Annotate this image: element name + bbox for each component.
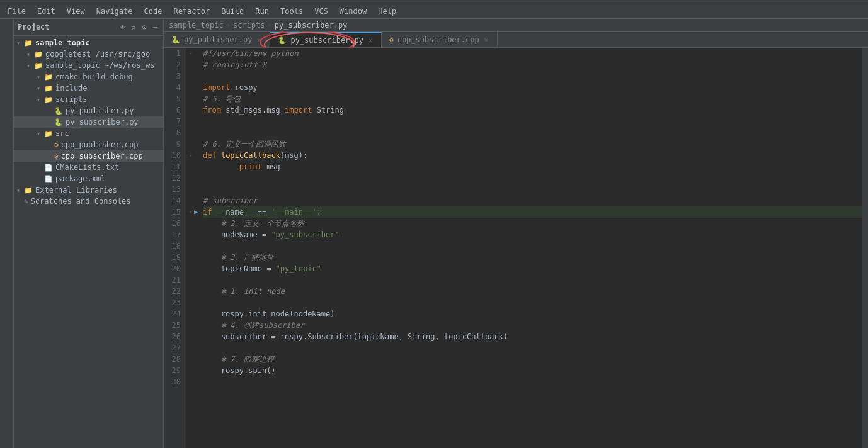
- breadcrumb-item-3[interactable]: py_subscriber.py: [275, 21, 348, 30]
- line-number: 29: [169, 365, 181, 376]
- tree-item-py-publisher-py[interactable]: 🐍py_publisher.py: [14, 105, 163, 116]
- breadcrumb-sep-1: ›: [226, 21, 231, 30]
- tree-item-sample-topic[interactable]: ▾📁sample_topic: [14, 37, 163, 48]
- code-line-8: [203, 127, 862, 138]
- tree-item-sample-topic[interactable]: ▾📁sample_topic ~/ws/ros_ws: [14, 60, 163, 71]
- tree-item-py-subscriber-py[interactable]: 🐍py_subscriber.py: [14, 116, 163, 128]
- menu-item-run[interactable]: Run: [250, 6, 274, 17]
- code-line-4: import rospy: [203, 82, 862, 93]
- tree-item-src[interactable]: ▾📁src: [14, 128, 163, 139]
- fold-gutter-16: [186, 218, 195, 229]
- menu-bar: FileEditViewNavigateCodeRefactorBuildRun…: [0, 4, 868, 19]
- token-normal: rospy: [230, 82, 257, 93]
- line-number: 28: [169, 354, 181, 365]
- line-number: 20: [169, 263, 181, 274]
- tab-close-button[interactable]: ×: [256, 36, 262, 44]
- tree-item-scripts[interactable]: ▾📁scripts: [14, 94, 163, 105]
- code-area[interactable]: #!/usr/bin/env python# coding:utf-8 impo…: [195, 48, 862, 448]
- breadcrumb-item-1[interactable]: sample_topic: [169, 21, 224, 30]
- tree-label: py_subscriber.py: [66, 118, 139, 126]
- editor-content[interactable]: 1234567891011121314151617181920212223242…: [164, 48, 868, 448]
- tree-label: include: [55, 84, 88, 92]
- menu-item-window[interactable]: Window: [334, 6, 372, 17]
- token-comment: # 1. init node: [203, 286, 285, 297]
- tab-py-publisher-py[interactable]: 🐍py_publisher.py×: [164, 32, 270, 47]
- cpp-file-icon: ⚙: [54, 152, 59, 160]
- tree-arrow: ▾: [37, 85, 44, 92]
- menu-item-vcs[interactable]: VCS: [309, 6, 333, 17]
- fold-gutter-21: [186, 274, 195, 286]
- tab-py-subscriber-py[interactable]: 🐍py_subscriber.py×: [270, 32, 382, 47]
- sidebar-collapse-icon[interactable]: —: [151, 21, 159, 33]
- tab-close-button[interactable]: ×: [367, 36, 374, 45]
- token-func: topicCallback: [221, 150, 280, 161]
- menu-item-build[interactable]: Build: [216, 6, 249, 17]
- menu-item-code[interactable]: Code: [139, 6, 168, 17]
- editor-area: sample_topic › scripts › py_subscriber.p…: [164, 19, 868, 448]
- tree-item-cpp-subscriber-cpp[interactable]: ⚙cpp_subscriber.cpp: [14, 150, 163, 162]
- menu-item-tools[interactable]: Tools: [275, 6, 308, 17]
- tree-label: googletest /usr/src/goo: [45, 50, 150, 59]
- tree-label: CMakeLists.txt: [55, 163, 119, 172]
- tree-item-cmakelists-txt[interactable]: 📄CMakeLists.txt: [14, 162, 163, 173]
- tree-item-package-xml[interactable]: 📄package.xml: [14, 173, 163, 184]
- sidebar-swap-icon[interactable]: ⇄: [129, 21, 137, 33]
- code-line-22: # 1. init node: [203, 286, 862, 297]
- sidebar-settings-icon[interactable]: ⚙: [140, 21, 149, 33]
- folder-icon: 📁: [44, 130, 53, 138]
- token-normal: rospy.spin(): [203, 365, 276, 376]
- tab-close-button[interactable]: ×: [483, 36, 489, 44]
- fold-gutter-6: [186, 104, 195, 116]
- code-line-12: [203, 172, 862, 184]
- menu-item-view[interactable]: View: [62, 6, 90, 17]
- tab-cpp-subscriber-cpp[interactable]: ⚙cpp_subscriber.cpp×: [382, 32, 498, 47]
- fold-gutter-1[interactable]: ▾: [186, 48, 195, 59]
- tab-label: py_publisher.py: [184, 35, 252, 44]
- breadcrumb: sample_topic › scripts › py_subscriber.p…: [164, 19, 868, 32]
- token-normal: (msg):: [280, 150, 307, 161]
- token-kw: if: [203, 206, 212, 218]
- tree-label: cmake-build-debug: [55, 72, 133, 81]
- menu-item-refactor[interactable]: Refactor: [168, 6, 215, 17]
- tree-item-cmake-build-debug[interactable]: ▾📁cmake-build-debug: [14, 71, 163, 82]
- token-kw: import: [203, 82, 230, 93]
- sidebar-add-icon[interactable]: ⊕: [118, 21, 127, 33]
- folder-icon: 📁: [24, 186, 33, 194]
- tabs-bar: 🐍py_publisher.py×🐍py_subscriber.py×⚙cpp_…: [164, 32, 868, 48]
- fold-gutter-12: [186, 172, 195, 184]
- token-str: '__main__': [271, 206, 316, 218]
- line-number: 4: [169, 82, 181, 93]
- token-str: "py_subscriber": [271, 229, 339, 240]
- sidebar-title: Project: [18, 23, 116, 31]
- code-line-5: # 5. 导包: [203, 93, 862, 104]
- line-number: 22: [169, 286, 181, 297]
- menu-item-help[interactable]: Help: [373, 6, 401, 17]
- code-line-10: def topicCallback(msg):: [203, 150, 862, 161]
- tree-item-cpp-publisher-cpp[interactable]: ⚙cpp_publisher.cpp: [14, 139, 163, 150]
- breadcrumb-item-2[interactable]: scripts: [233, 21, 265, 30]
- tree-arrow: ▾: [26, 62, 34, 69]
- menu-item-navigate[interactable]: Navigate: [91, 6, 138, 17]
- fold-gutter-10[interactable]: ▾: [186, 150, 195, 161]
- scrollbar[interactable]: [862, 48, 868, 448]
- cpp-tab-icon: ⚙: [389, 36, 394, 44]
- favorites-panel[interactable]: [0, 19, 14, 448]
- token-kw: def: [203, 150, 217, 161]
- token-comment: # 5. 导包: [203, 93, 241, 104]
- menu-item-edit[interactable]: Edit: [32, 6, 60, 17]
- line-number: 19: [169, 252, 181, 263]
- tree-arrow: ▾: [16, 40, 24, 47]
- line-number: 1: [169, 48, 181, 59]
- sidebar-tree: ▾📁sample_topic▾📁googletest /usr/src/goo▾…: [14, 36, 163, 448]
- tree-item-external-libraries[interactable]: ▾📁External Libraries: [14, 184, 163, 196]
- main-layout: Project ⊕ ⇄ ⚙ — ▾📁sample_topic▾📁googlete…: [0, 19, 868, 448]
- fold-gutter-19: [186, 252, 195, 263]
- tree-item-googletest[interactable]: ▾📁googletest /usr/src/goo: [14, 48, 163, 60]
- menu-item-file[interactable]: File: [3, 6, 31, 17]
- tree-item-include[interactable]: ▾📁include: [14, 82, 163, 94]
- tree-arrow: ▾: [37, 96, 44, 103]
- tree-item-scratches-and-consoles[interactable]: ✎Scratches and Consoles: [14, 196, 163, 207]
- code-line-11: print msg: [203, 161, 862, 172]
- token-kw: import: [285, 104, 312, 116]
- fold-gutter-26: [186, 331, 195, 342]
